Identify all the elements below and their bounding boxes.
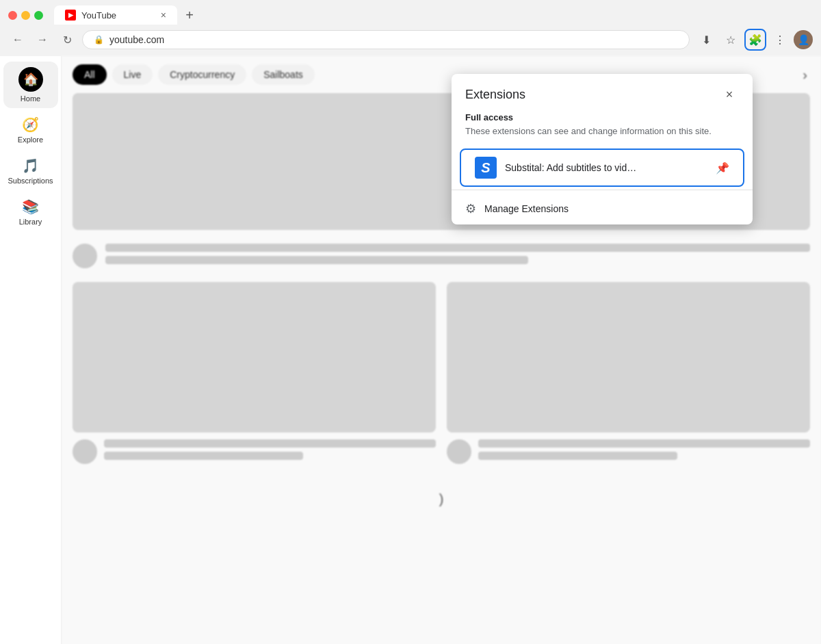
maximize-traffic-light[interactable] <box>34 11 43 20</box>
extension-item-substital[interactable]: S Substital: Add subtitles to vid… 📌 <box>460 149 744 187</box>
extensions-icon: 🧩 <box>748 34 762 47</box>
title-bar: ▶ YouTube × + <box>0 0 821 25</box>
home-icon: 🏠 <box>18 67 43 92</box>
popup-section-desc: These extensions can see and change info… <box>452 125 753 146</box>
sidebar-label-home: Home <box>21 94 40 103</box>
sidebar-item-explore[interactable]: 🧭 Explore <box>3 111 58 149</box>
address-bar[interactable]: 🔒 youtube.com <box>82 30 690 49</box>
back-button[interactable]: ← <box>8 30 27 49</box>
filter-chip-sailboats[interactable]: Sailboats <box>252 64 315 85</box>
extensions-button[interactable]: 🧩 <box>744 29 766 51</box>
meta-line-2 <box>105 256 528 264</box>
bookmark-button[interactable]: ☆ <box>720 29 742 51</box>
sidebar-item-subscriptions[interactable]: 🎵 Subscriptions <box>3 152 58 190</box>
video-meta-3 <box>447 433 810 471</box>
menu-button[interactable]: ⋮ <box>769 29 791 51</box>
video-meta-row-1 <box>73 241 810 271</box>
popup-header: Extensions × <box>452 74 753 112</box>
meta-lines-3 <box>478 439 810 464</box>
close-traffic-light[interactable] <box>8 11 17 20</box>
refresh-button[interactable]: ↻ <box>57 30 77 49</box>
traffic-lights <box>8 11 43 20</box>
url-text: youtube.com <box>109 34 678 45</box>
avatar[interactable]: 👤 <box>794 30 813 49</box>
address-bar-row: ← → ↻ 🔒 youtube.com ⬇ ☆ 🧩 ⋮ 👤 <box>0 25 821 56</box>
meta-lines-2 <box>104 439 436 464</box>
video-grid <box>62 282 821 471</box>
tab-title: YouTube <box>81 10 155 21</box>
new-tab-button[interactable]: + <box>180 5 199 25</box>
forward-button[interactable]: → <box>33 30 52 49</box>
menu-icon: ⋮ <box>774 34 785 47</box>
avatar-small <box>73 244 97 268</box>
meta-line-3b <box>478 452 677 460</box>
avatar-small-2 <box>73 439 97 464</box>
video-meta-2 <box>73 433 436 471</box>
gear-icon: ⚙ <box>465 201 476 216</box>
pin-icon[interactable]: 📌 <box>716 162 729 175</box>
bookmark-icon: ☆ <box>726 34 735 47</box>
manage-extensions-label: Manage Extensions <box>484 203 569 214</box>
video-card-2 <box>447 282 810 471</box>
spinner-area: ) <box>62 471 821 528</box>
explore-icon: 🧭 <box>22 116 39 133</box>
toolbar-icons: ⬇ ☆ 🧩 ⋮ 👤 <box>695 29 813 51</box>
video-thumbnail-2 <box>447 282 810 433</box>
manage-extensions-item[interactable]: ⚙ Manage Extensions <box>452 193 753 224</box>
meta-line-1 <box>105 244 810 252</box>
filter-chip-crypto[interactable]: Cryptocurrency <box>158 64 246 85</box>
popup-title: Extensions <box>465 88 525 102</box>
video-meta-lines <box>105 244 810 268</box>
lock-icon: 🔒 <box>94 35 104 44</box>
extensions-popup: Extensions × Full access These extension… <box>452 74 753 224</box>
sidebar: 🏠 Home 🧭 Explore 🎵 Subscriptions 📚 Libra… <box>0 56 62 644</box>
tab-bar: ▶ YouTube × + <box>54 5 813 25</box>
sidebar-label-explore: Explore <box>18 136 43 144</box>
sidebar-item-library[interactable]: 📚 Library <box>3 193 58 231</box>
tab-close-button[interactable]: × <box>161 10 166 21</box>
sidebar-label-subscriptions: Subscriptions <box>8 177 53 185</box>
library-icon: 📚 <box>22 198 39 215</box>
video-thumbnail-1 <box>73 282 436 433</box>
avatar-small-3 <box>447 439 471 464</box>
browser-chrome: ▶ YouTube × + ← → ↻ 🔒 youtube.com ⬇ ☆ 🧩 <box>0 0 821 56</box>
filter-chip-live[interactable]: Live <box>112 64 153 85</box>
extension-name: Substital: Add subtitles to vid… <box>505 162 707 173</box>
chevron-right-icon: › <box>803 67 807 83</box>
meta-line-2b <box>104 452 303 460</box>
subscriptions-icon: 🎵 <box>22 157 39 174</box>
avatar-icon: 👤 <box>798 34 809 45</box>
popup-divider <box>452 190 753 190</box>
sidebar-item-home[interactable]: 🏠 Home <box>3 62 58 108</box>
active-tab[interactable]: ▶ YouTube × <box>54 5 177 25</box>
meta-line-3a <box>478 439 810 448</box>
loading-spinner: ) <box>439 491 444 507</box>
tab-favicon: ▶ <box>65 10 76 21</box>
download-button[interactable]: ⬇ <box>695 29 717 51</box>
popup-close-button[interactable]: × <box>720 85 739 104</box>
minimize-traffic-light[interactable] <box>21 11 30 20</box>
popup-section-title: Full access <box>452 112 753 125</box>
filter-chip-all[interactable]: All <box>73 64 107 85</box>
substital-icon: S <box>475 157 497 179</box>
video-card-1 <box>73 282 436 471</box>
download-icon: ⬇ <box>702 34 711 47</box>
sidebar-label-library: Library <box>19 218 42 226</box>
meta-line-2a <box>104 439 436 448</box>
